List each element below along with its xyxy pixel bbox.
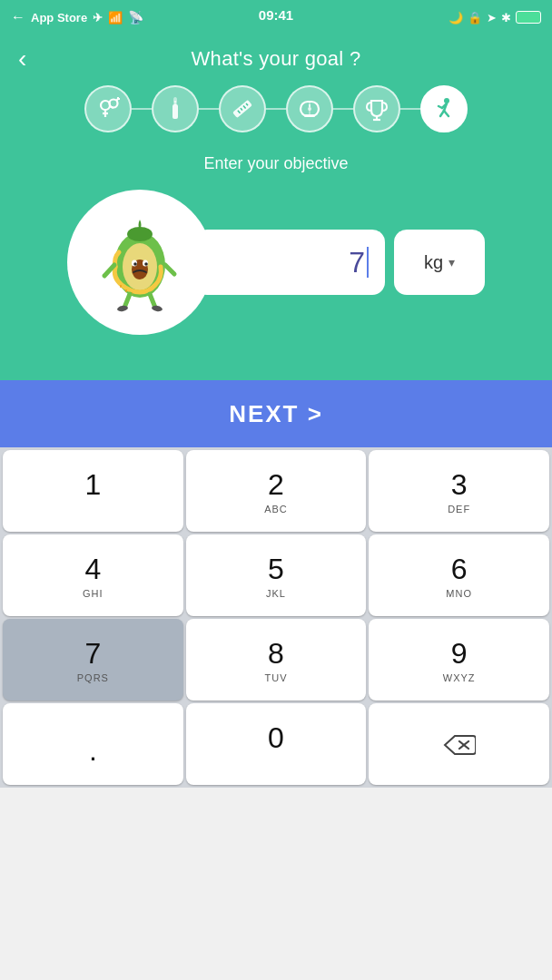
svg-line-40 bbox=[165, 265, 174, 274]
key-1[interactable]: 1 bbox=[3, 450, 183, 532]
step-line-3 bbox=[266, 108, 286, 111]
input-row: 7 kg ▾ bbox=[18, 190, 534, 335]
key-5[interactable]: 5 JKL bbox=[186, 534, 367, 616]
progress-steps bbox=[18, 85, 534, 132]
backspace-icon bbox=[443, 733, 476, 757]
step-line-4 bbox=[333, 108, 353, 111]
input-cursor bbox=[367, 247, 369, 278]
key-9[interactable]: 9 WXYZ bbox=[369, 619, 549, 701]
keyboard-row-2: 4 GHI 5 JKL 6 MNO bbox=[0, 534, 552, 619]
key-0[interactable]: 0 bbox=[186, 703, 367, 785]
header: ‹ What's your goal ? bbox=[18, 34, 534, 85]
step-1 bbox=[84, 85, 132, 132]
next-button[interactable]: NEXT > bbox=[0, 380, 552, 447]
svg-line-41 bbox=[124, 294, 130, 308]
step-3 bbox=[219, 85, 266, 132]
weight-input[interactable]: 7 bbox=[194, 230, 385, 295]
page-title: What's your goal ? bbox=[192, 47, 361, 71]
step-line-1 bbox=[132, 108, 152, 111]
svg-point-35 bbox=[144, 262, 148, 266]
lock-icon: 🔒 bbox=[468, 11, 482, 24]
moon-icon: 🌙 bbox=[448, 11, 463, 24]
carrier-name: App Store bbox=[31, 11, 87, 24]
chevron-down-icon: ▾ bbox=[448, 255, 455, 270]
backspace-key[interactable] bbox=[369, 703, 549, 785]
step-2 bbox=[152, 85, 199, 132]
step-line-2 bbox=[199, 108, 219, 111]
svg-rect-11 bbox=[232, 100, 252, 118]
svg-line-26 bbox=[444, 111, 448, 116]
key-3[interactable]: 3 DEF bbox=[369, 450, 549, 532]
key-6[interactable]: 6 MNO bbox=[369, 534, 549, 616]
step-line-5 bbox=[400, 108, 420, 111]
svg-point-0 bbox=[101, 101, 110, 110]
main-area: ‹ What's your goal ? bbox=[0, 34, 552, 380]
bluetooth-icon: ✱ bbox=[501, 11, 511, 24]
step-4 bbox=[286, 85, 333, 132]
step-5 bbox=[353, 85, 400, 132]
unit-label: kg bbox=[424, 252, 443, 273]
svg-line-28 bbox=[439, 106, 442, 108]
key-7[interactable]: 7 PQRS bbox=[3, 619, 183, 701]
input-value: 7 bbox=[349, 246, 365, 279]
step-6-active bbox=[420, 85, 468, 132]
wifi-icon: 📡 bbox=[128, 10, 143, 24]
back-button[interactable]: ‹ bbox=[18, 46, 26, 72]
status-bar: ← App Store ✈ 📶 📡 09:41 🌙 🔒 ➤ ✱ bbox=[0, 0, 552, 34]
svg-point-34 bbox=[133, 262, 137, 266]
keyboard-row-1: 1 2 ABC 3 DEF bbox=[0, 450, 552, 534]
keyboard: 1 2 ABC 3 DEF 4 GHI 5 JKL 6 MNO 7 PQRS bbox=[0, 447, 552, 788]
status-time: 09:41 bbox=[259, 7, 293, 23]
key-8[interactable]: 8 TUV bbox=[186, 619, 367, 701]
back-arrow-icon: ← bbox=[11, 9, 25, 25]
key-2[interactable]: 2 ABC bbox=[186, 450, 367, 532]
unit-selector[interactable]: kg ▾ bbox=[394, 230, 485, 295]
svg-line-42 bbox=[150, 294, 155, 308]
objective-label: Enter your objective bbox=[18, 154, 534, 173]
avocado-mascot bbox=[67, 190, 212, 335]
key-dot[interactable]: . bbox=[3, 703, 183, 785]
battery-icon bbox=[516, 11, 541, 24]
svg-point-19 bbox=[308, 107, 311, 111]
signal-icon: 📶 bbox=[108, 11, 123, 24]
next-label: NEXT > bbox=[229, 400, 323, 428]
status-right: 🌙 🔒 ➤ ✱ bbox=[448, 11, 541, 24]
key-4[interactable]: 4 GHI bbox=[3, 534, 183, 616]
airplane-icon: ✈ bbox=[93, 11, 103, 24]
svg-rect-18 bbox=[304, 114, 315, 117]
keyboard-row-3: 7 PQRS 8 TUV 9 WXYZ bbox=[0, 619, 552, 703]
svg-rect-8 bbox=[172, 104, 178, 119]
location-icon: ➤ bbox=[487, 11, 497, 24]
status-left: ← App Store ✈ 📶 📡 bbox=[11, 9, 143, 25]
svg-point-10 bbox=[173, 97, 177, 103]
keyboard-row-4: . 0 bbox=[0, 703, 552, 788]
